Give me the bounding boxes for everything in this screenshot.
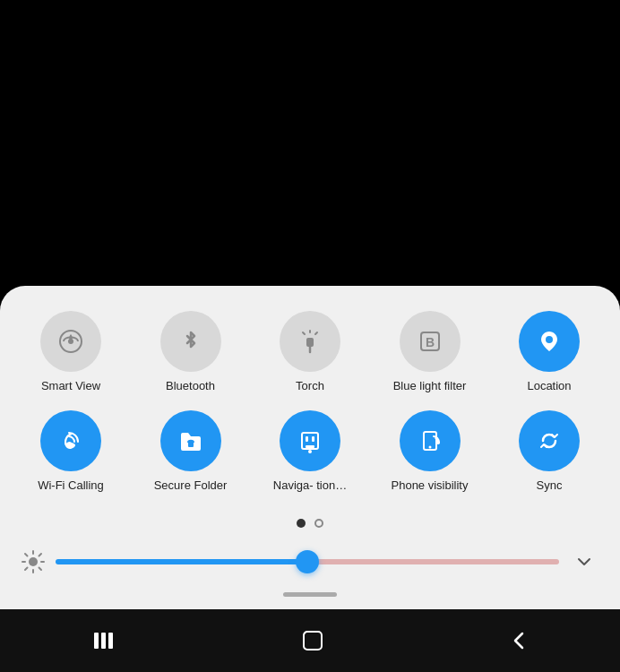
secure-folder-label: Secure Folder: [154, 478, 228, 494]
smart-view-icon-circle[interactable]: [40, 311, 101, 372]
torch-icon-circle[interactable]: [280, 311, 340, 372]
phone-visibility-item[interactable]: Phone visibility: [381, 410, 479, 494]
dot-1: [297, 519, 306, 528]
location-label: Location: [527, 379, 571, 394]
svg-point-1: [68, 339, 73, 344]
svg-text:B: B: [425, 335, 434, 349]
bluetooth-icon-circle[interactable]: [160, 311, 221, 372]
location-icon-circle[interactable]: [519, 311, 580, 372]
location-item[interactable]: Location: [500, 311, 598, 394]
svg-point-11: [308, 450, 312, 453]
svg-line-21: [39, 568, 42, 571]
svg-point-5: [546, 336, 553, 343]
sync-item[interactable]: Sync: [500, 410, 598, 494]
svg-rect-24: [94, 633, 99, 649]
smart-view-item[interactable]: Smart View: [22, 311, 120, 394]
brightness-slider[interactable]: [56, 553, 559, 571]
svg-rect-10: [312, 436, 314, 442]
quick-row-2: Wi-Fi Calling Secure Folder: [22, 410, 598, 494]
svg-rect-2: [306, 338, 314, 347]
brightness-row: [22, 547, 598, 576]
quick-settings-panel: Smart View Bluetooth Torch: [0, 286, 620, 609]
wifi-calling-label: Wi-Fi Calling: [38, 478, 104, 494]
navigation-label: Naviga- tion…: [273, 478, 347, 494]
torch-label: Torch: [296, 379, 324, 394]
torch-item[interactable]: Torch: [261, 311, 359, 394]
navigation-item[interactable]: Naviga- tion…: [261, 410, 359, 494]
wifi-calling-icon-circle[interactable]: [40, 410, 101, 471]
svg-rect-25: [101, 633, 106, 649]
recent-apps-button[interactable]: [92, 631, 116, 650]
smart-view-label: Smart View: [41, 379, 100, 394]
blue-light-filter-icon-circle[interactable]: B: [400, 311, 461, 372]
home-bar: [283, 592, 337, 597]
wifi-calling-item[interactable]: Wi-Fi Calling: [22, 410, 120, 494]
blue-light-filter-label: Blue light filter: [393, 379, 467, 394]
dot-2: [314, 519, 323, 528]
svg-point-13: [428, 446, 431, 449]
secure-folder-icon-circle[interactable]: [160, 410, 221, 471]
svg-rect-8: [306, 445, 314, 448]
phone-visibility-label: Phone visibility: [392, 478, 469, 494]
bluetooth-item[interactable]: Bluetooth: [142, 311, 240, 394]
home-button[interactable]: [300, 628, 325, 653]
svg-point-15: [29, 557, 38, 566]
svg-line-20: [25, 554, 28, 556]
secure-folder-item[interactable]: Secure Folder: [142, 410, 240, 494]
svg-point-14: [436, 441, 440, 444]
phone-visibility-icon-circle[interactable]: [400, 410, 461, 471]
blue-light-filter-item[interactable]: B Blue light filter: [381, 311, 479, 394]
page-dots: [297, 519, 323, 528]
navigation-icon-circle[interactable]: [280, 410, 340, 471]
svg-rect-26: [108, 633, 113, 649]
svg-rect-27: [304, 632, 322, 650]
nav-bar: [0, 609, 620, 672]
svg-line-23: [25, 568, 28, 571]
sync-icon-circle[interactable]: [519, 410, 580, 471]
back-button[interactable]: [510, 628, 528, 653]
slider-thumb[interactable]: [296, 550, 319, 573]
svg-rect-9: [306, 436, 308, 442]
bluetooth-label: Bluetooth: [166, 379, 215, 394]
svg-line-22: [39, 554, 42, 556]
quick-row-1: Smart View Bluetooth Torch: [22, 311, 598, 394]
sync-label: Sync: [537, 478, 563, 494]
brightness-icon: [22, 550, 45, 573]
brightness-chevron[interactable]: [570, 547, 598, 576]
